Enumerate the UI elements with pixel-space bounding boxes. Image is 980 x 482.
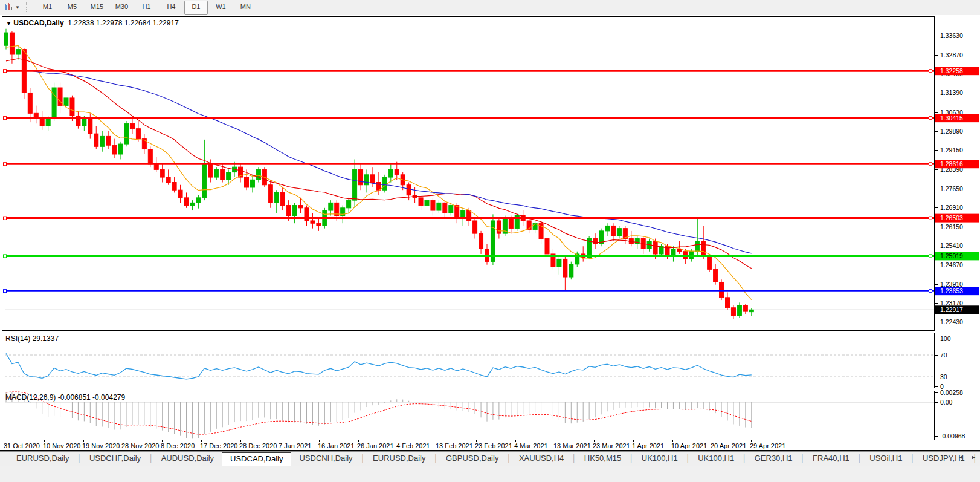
- macd-name: MACD(12,26,9): [5, 393, 56, 402]
- tf-button-W1[interactable]: W1: [209, 1, 233, 15]
- chart-mode-dropdown-icon[interactable]: ▼: [15, 5, 20, 10]
- tab-separator: │: [742, 452, 747, 466]
- tab-separator: │: [801, 452, 805, 466]
- toolbar-grip[interactable]: [26, 2, 30, 12]
- svg-text:13 Mar 2021: 13 Mar 2021: [553, 442, 591, 449]
- tab-separator: │: [629, 452, 634, 466]
- svg-text:1.33630: 1.33630: [940, 32, 963, 39]
- tab-eurusd-daily[interactable]: EURUSD,Daily: [365, 452, 433, 466]
- tab-scroll-left-icon[interactable]: ◄: [956, 452, 966, 462]
- svg-text:17 Dec 2020: 17 Dec 2020: [200, 442, 237, 449]
- svg-text:1.24670: 1.24670: [940, 261, 963, 269]
- svg-text:13 Feb 2021: 13 Feb 2021: [436, 442, 473, 449]
- svg-text:1.26150: 1.26150: [940, 223, 963, 230]
- tab-uk100-h1[interactable]: UK100,H1: [690, 452, 742, 466]
- tab-separator: │: [506, 452, 511, 466]
- tab-separator: │: [77, 452, 82, 466]
- svg-text:1.30415: 1.30415: [940, 114, 963, 122]
- svg-text:1.29150: 1.29150: [940, 146, 963, 154]
- tab-separator: │: [910, 452, 915, 466]
- tab-usoil-h1[interactable]: USOil,H1: [862, 452, 910, 466]
- macd-indicator-label: MACD(12,26,9) -0.006851 -0.004279: [5, 393, 125, 402]
- macd-signal-value: -0.004279: [92, 393, 125, 402]
- svg-text:19 Nov 2020: 19 Nov 2020: [82, 442, 120, 449]
- svg-text:0.00: 0.00: [940, 399, 953, 406]
- svg-text:100: 100: [940, 335, 951, 342]
- chart-window: 1.336301.328701.321301.313901.306301.298…: [0, 15, 980, 451]
- svg-text:23 Mar 2021: 23 Mar 2021: [593, 442, 630, 449]
- svg-text:8 Dec 2020: 8 Dec 2020: [161, 442, 195, 449]
- svg-text:30: 30: [940, 373, 947, 380]
- tf-button-M5[interactable]: M5: [60, 1, 84, 15]
- tf-button-D1[interactable]: D1: [184, 1, 208, 15]
- svg-text:4 Feb 2021: 4 Feb 2021: [396, 442, 430, 449]
- tab-hk50-m15[interactable]: HK50,M15: [576, 452, 629, 466]
- bottom-strip: [0, 466, 980, 482]
- svg-text:0.00258: 0.00258: [940, 389, 963, 396]
- svg-text:1.26910: 1.26910: [940, 204, 963, 211]
- tab-usdchf-daily[interactable]: USDCHF,Daily: [82, 452, 149, 466]
- tab-gbpusd-daily[interactable]: GBPUSD,Daily: [438, 452, 506, 466]
- tab-xauusd-h4[interactable]: XAUUSD,H4: [511, 452, 572, 466]
- tab-separator: │: [149, 452, 153, 466]
- svg-text:26 Jan 2021: 26 Jan 2021: [357, 442, 394, 449]
- svg-text:1.25019: 1.25019: [940, 252, 963, 259]
- tf-button-H4[interactable]: H4: [160, 1, 183, 15]
- svg-text:23 Feb 2021: 23 Feb 2021: [475, 442, 512, 449]
- svg-text:1.22430: 1.22430: [940, 318, 963, 325]
- tab-separator: │: [433, 452, 438, 466]
- svg-text:10 Nov 2020: 10 Nov 2020: [43, 442, 80, 449]
- svg-text:29 Apr 2021: 29 Apr 2021: [750, 442, 785, 449]
- svg-text:1.25410: 1.25410: [940, 242, 963, 249]
- svg-text:1.27650: 1.27650: [940, 185, 963, 192]
- tab-separator: │: [361, 452, 366, 466]
- symbol-dropdown-icon[interactable]: ▼: [6, 21, 11, 27]
- svg-text:10 Apr 2021: 10 Apr 2021: [671, 442, 707, 449]
- tab-separator: │: [572, 452, 576, 466]
- tab-usdcad-daily[interactable]: USDCAD,Daily: [222, 452, 291, 466]
- tf-button-M1[interactable]: M1: [36, 1, 59, 15]
- svg-text:28 Dec 2020: 28 Dec 2020: [239, 442, 277, 449]
- svg-text:31 Oct 2020: 31 Oct 2020: [4, 442, 40, 449]
- tab-ger30-h1[interactable]: GER30,H1: [747, 452, 801, 466]
- chart-ohlc-values: 1.22838 1.22978 1.22684 1.22917: [68, 19, 179, 27]
- tf-button-M15[interactable]: M15: [85, 1, 109, 15]
- svg-text:1.26503: 1.26503: [940, 214, 963, 221]
- chart-title: ▼ USDCAD,Daily 1.22838 1.22978 1.22684 1…: [6, 19, 179, 27]
- tf-button-MN[interactable]: MN: [234, 1, 257, 15]
- macd-main-value: -0.006851: [58, 393, 91, 402]
- svg-text:20 Apr 2021: 20 Apr 2021: [711, 442, 746, 449]
- price-chart-canvas[interactable]: 1.336301.328701.321301.313901.306301.298…: [0, 15, 980, 451]
- svg-text:1 Apr 2021: 1 Apr 2021: [632, 442, 664, 449]
- rsi-value: 29.1337: [33, 334, 59, 343]
- chart-mode-icon[interactable]: [2, 2, 15, 13]
- chart-symbol: USDCAD,Daily: [13, 19, 63, 27]
- rsi-name: RSI(14): [5, 334, 30, 343]
- tab-usdcnh-daily[interactable]: USDCNH,Daily: [291, 452, 360, 466]
- tab-fra40-h1[interactable]: FRA40,H1: [805, 452, 857, 466]
- tab-scroll-right-icon[interactable]: ►: [969, 452, 979, 462]
- svg-text:70: 70: [940, 351, 947, 359]
- svg-text:-0.00968: -0.00968: [940, 432, 965, 440]
- tab-audusd-daily[interactable]: AUDUSD,Daily: [153, 452, 222, 466]
- svg-text:1.32870: 1.32870: [940, 51, 963, 59]
- top-toolbar: ▼ M1M5M15M30H1H4D1W1MN: [0, 0, 980, 15]
- tab-scroll-buttons: ◄ ►: [956, 452, 979, 462]
- svg-text:1.22917: 1.22917: [940, 306, 963, 313]
- svg-text:1.23653: 1.23653: [940, 287, 963, 295]
- tab-uk100-h1[interactable]: UK100,H1: [634, 452, 686, 466]
- svg-text:7 Jan 2021: 7 Jan 2021: [279, 442, 311, 449]
- tab-separator: │: [857, 452, 862, 466]
- svg-text:1.28616: 1.28616: [940, 160, 963, 168]
- tab-eurusd-daily[interactable]: EURUSD,Daily: [8, 452, 77, 466]
- symbol-tab-bar: EURUSD,Daily│USDCHF,Daily│AUDUSD,DailyUS…: [0, 451, 980, 466]
- tf-button-M30[interactable]: M30: [110, 1, 134, 15]
- svg-text:16 Jan 2021: 16 Jan 2021: [318, 442, 355, 449]
- svg-text:1.29890: 1.29890: [940, 128, 963, 135]
- svg-text:1.31390: 1.31390: [940, 89, 963, 96]
- rsi-indicator-label: RSI(14) 29.1337: [5, 334, 59, 343]
- tab-separator: │: [686, 452, 691, 466]
- svg-text:28 Nov 2020: 28 Nov 2020: [121, 442, 159, 449]
- svg-text:1.32258: 1.32258: [940, 67, 963, 74]
- tf-button-H1[interactable]: H1: [135, 1, 158, 15]
